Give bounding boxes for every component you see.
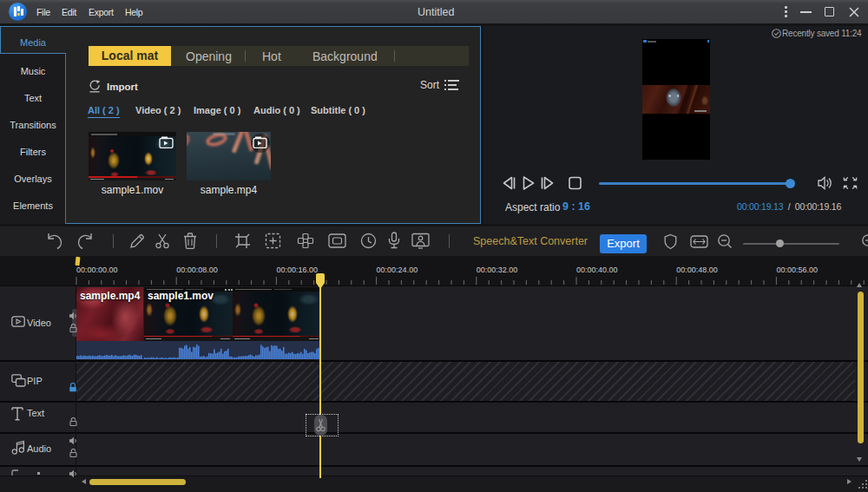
svg-text:00:00:24.00: 00:00:24.00 [377, 266, 418, 274]
svg-text:00:00:00.00: 00:00:00.00 [76, 266, 118, 274]
svg-text:00:00:16.00: 00:00:16.00 [276, 266, 318, 274]
svg-text:00:00:08.00: 00:00:08.00 [176, 266, 218, 274]
svg-text:00:00:40.00: 00:00:40.00 [576, 266, 618, 274]
svg-text:00:00:32.00: 00:00:32.00 [477, 266, 518, 274]
svg-text:00:00:48.00: 00:00:48.00 [676, 266, 718, 274]
svg-text:00:00:56.00: 00:00:56.00 [776, 266, 818, 274]
